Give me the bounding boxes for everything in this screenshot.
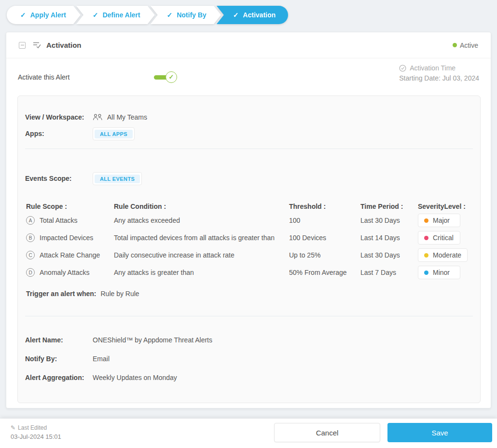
trigger-row: Trigger an alert when: Rule by Rule — [25, 288, 473, 299]
activate-row: Activate this Alert ✓ Activation Time St… — [6, 58, 491, 95]
severity-chip: Critical — [418, 231, 460, 244]
footer-bar: ✎ Last Edited 03-Jul-2024 15:01 Cancel S… — [0, 419, 497, 448]
all-events-chip-label: ALL EVENTS — [95, 175, 140, 183]
alert-aggregation-row: Alert Aggregation: Weekly Updates on Mon… — [25, 372, 473, 383]
col-header-rule-scope: Rule Scope : — [25, 201, 113, 212]
last-edited-block: ✎ Last Edited 03-Jul-2024 15:01 — [11, 424, 61, 440]
step-apply-alert[interactable]: ✓ Apply Alert — [7, 6, 81, 24]
severity-dot-icon — [424, 218, 428, 223]
severity-label: Minor — [433, 269, 450, 276]
notify-by-value: Email — [93, 355, 110, 363]
time-period-cell: Last 30 Days — [359, 212, 417, 229]
step-define-alert[interactable]: ✓ Define Alert — [76, 6, 155, 24]
rule-scope-cell: D Anomaly Attacks — [25, 264, 113, 281]
severity-label: Major — [433, 217, 450, 224]
check-icon: ✓ — [93, 11, 98, 19]
all-events-chip[interactable]: ALL EVENTS — [93, 172, 142, 185]
teams-icon — [93, 114, 103, 121]
severity-cell: Moderate — [417, 246, 473, 264]
notify-by-row: Notify By: Email — [25, 353, 473, 364]
severity-dot-icon — [424, 236, 428, 240]
rule-letter-icon: B — [26, 233, 35, 242]
rule-letter-icon: D — [26, 268, 35, 277]
time-period-cell: Last 30 Days — [359, 246, 417, 264]
severity-label: Moderate — [433, 251, 461, 259]
workspace-value: All My Teams — [107, 113, 147, 121]
trigger-value: Rule by Rule — [100, 290, 139, 298]
workspace-row: View / Workspace: All My Teams — [25, 111, 473, 123]
last-edited-time: 03-Jul-2024 15:01 — [11, 433, 61, 440]
alert-name-label: Alert Name: — [25, 336, 93, 344]
check-icon: ✓ — [233, 11, 239, 19]
status-badge: Active — [453, 41, 478, 49]
rule-condition-cell: Total impacted devices from all attacks … — [113, 229, 288, 246]
activation-panel: Activation Active Activate this Alert ✓ … — [6, 32, 491, 408]
collapse-icon[interactable] — [19, 42, 26, 49]
apps-label: Apps: — [25, 130, 93, 137]
step-activation[interactable]: ✓ Activation — [217, 6, 288, 24]
all-apps-chip[interactable]: ALL APPS — [93, 127, 135, 140]
col-header-severity: SeverityLevel : — [417, 201, 473, 212]
severity-chip: Moderate — [418, 248, 468, 262]
threshold-cell: Up to 25% — [288, 246, 359, 264]
divider — [25, 316, 473, 316]
col-header-rule-condition: Rule Condition : — [113, 201, 288, 212]
step-label: Notify By — [177, 11, 206, 19]
severity-cell: Critical — [417, 229, 473, 246]
step-notify-by[interactable]: ✓ Notify By — [151, 6, 221, 24]
starting-date: Starting Date: Jul 03, 2024 — [399, 74, 479, 82]
check-icon: ✓ — [20, 11, 26, 19]
alert-aggregation-label: Alert Aggregation: — [25, 374, 93, 381]
activate-alert-toggle[interactable]: ✓ — [154, 70, 177, 84]
time-period-cell: Last 14 Days — [359, 229, 417, 246]
trigger-label: Trigger an alert when: — [26, 290, 96, 298]
severity-chip: Major — [418, 214, 460, 227]
alert-summary-card: View / Workspace: All My Teams Apps: ALL… — [17, 95, 481, 403]
last-edited-label: Last Edited — [18, 424, 47, 431]
notify-by-label: Notify By: — [25, 355, 93, 363]
clock-check-icon — [399, 65, 406, 72]
time-period-cell: Last 7 Days — [359, 264, 417, 281]
severity-cell: Minor — [417, 264, 473, 281]
severity-cell: Major — [417, 212, 473, 229]
wizard-stepper: ✓ Apply Alert ✓ Define Alert ✓ Notify By… — [7, 6, 288, 24]
threshold-cell: 100 — [288, 212, 359, 229]
status-label: Active — [460, 41, 478, 49]
activation-time-block: Activation Time Starting Date: Jul 03, 2… — [399, 64, 479, 82]
checklist-icon — [33, 41, 41, 49]
alert-name-value: ONEShield™ by Appdome Threat Alerts — [93, 336, 212, 344]
apps-row: Apps: ALL APPS — [25, 127, 473, 140]
col-header-threshold: Threshold : — [288, 201, 359, 212]
activation-time-label: Activation Time — [410, 64, 456, 72]
rule-condition-cell: Any attacks exceeded — [113, 212, 288, 229]
step-label: Apply Alert — [30, 11, 66, 19]
save-button[interactable]: Save — [387, 423, 492, 442]
events-scope-label: Events Scope: — [25, 175, 93, 182]
divider — [25, 149, 473, 149]
events-scope-row: Events Scope: ALL EVENTS — [25, 172, 473, 185]
panel-header: Activation Active — [6, 32, 491, 58]
status-dot-icon — [453, 43, 457, 47]
rule-scope-cell: A Total Attacks — [25, 212, 113, 229]
rule-condition-cell: Daily consecutive increase in attack rat… — [113, 246, 288, 264]
alert-summary-fields: Alert Name: ONEShield™ by Appdome Threat… — [25, 335, 473, 383]
check-icon: ✓ — [167, 11, 173, 19]
alert-aggregation-value: Weekly Updates on Monday — [93, 374, 177, 381]
severity-label: Critical — [433, 234, 454, 242]
pencil-icon: ✎ — [11, 424, 15, 431]
severity-chip: Minor — [418, 266, 460, 279]
rule-condition-cell: Any attacks is greater than — [113, 264, 288, 281]
cancel-button[interactable]: Cancel — [274, 423, 380, 442]
severity-dot-icon — [424, 271, 428, 275]
rule-scope-cell: B Impacted Devices — [25, 229, 113, 246]
step-label: Define Alert — [103, 11, 140, 19]
activate-alert-label: Activate this Alert — [18, 73, 154, 81]
rule-letter-icon: A — [26, 216, 35, 225]
alert-name-row: Alert Name: ONEShield™ by Appdome Threat… — [25, 335, 473, 345]
rules-table: Rule Scope : Rule Condition : Threshold … — [25, 201, 473, 281]
step-label: Activation — [243, 11, 276, 19]
all-apps-chip-label: ALL APPS — [95, 130, 133, 138]
rule-scope-cell: C Attack Rate Change — [25, 246, 113, 264]
col-header-time-period: Time Period : — [359, 201, 417, 212]
threshold-cell: 50% From Average — [288, 264, 359, 281]
